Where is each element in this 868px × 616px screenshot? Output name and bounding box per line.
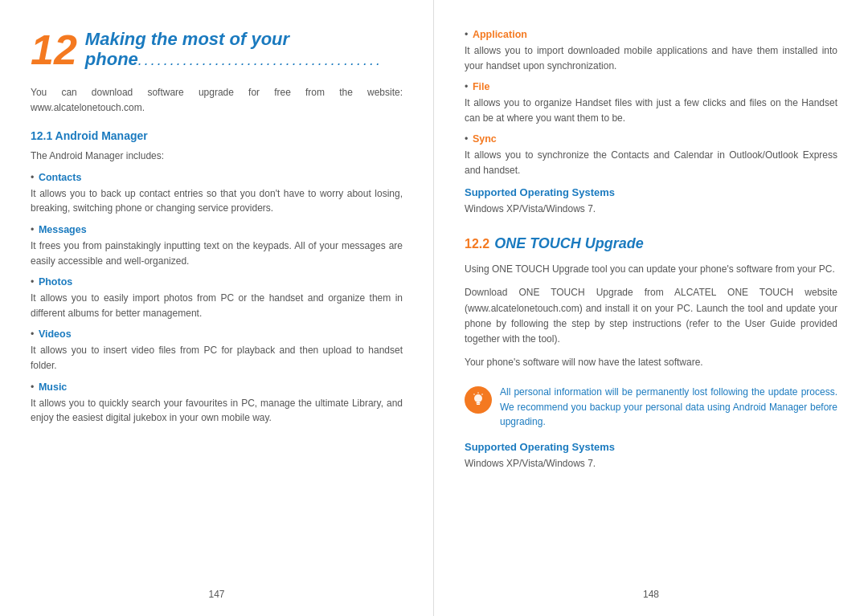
right-page: • Application It allows you to import do… [434,0,868,616]
body-text-1: Using ONE TOUCH Upgrade tool you can upd… [465,262,837,277]
bullet-music: • Music [31,381,403,393]
chapter-title-block: Making the most of your phone...........… [85,29,383,71]
warning-box: All personal information will be permane… [465,385,837,430]
intro-text: You can download software upgrade for fr… [31,85,403,115]
warning-text: All personal information will be permane… [500,385,837,430]
application-desc: It allows you to import downloaded mobil… [465,43,837,73]
svg-line-5 [474,394,475,395]
chapter-number: 12 [31,29,77,71]
contacts-desc: It allows you to back up contact entries… [31,186,403,216]
section-heading-12-1: 12.1 Android Manager [31,129,403,142]
videos-desc: It allows you to insert video files from… [31,343,403,373]
supported-os-heading-1: Supported Operating Systems [465,186,837,198]
bullet-videos: • Videos [31,328,403,340]
left-page: 12 Making the most of your phone........… [0,0,434,616]
supported-os-text-2: Windows XP/Vista/Windows 7. [465,456,837,471]
file-desc: It allows you to organize Handset files … [465,96,837,125]
svg-line-4 [482,394,483,395]
warning-icon [465,386,492,414]
supported-os-heading-2: Supported Operating Systems [465,441,837,453]
warning-circle-icon [465,386,492,414]
sync-desc: It allows you to synchronize the Contact… [465,148,837,177]
chapter-title-line2: phone...................................… [85,49,383,70]
photos-desc: It allows you to easily import photos fr… [31,291,403,320]
right-page-number: 148 [643,589,659,600]
messages-desc: It frees you from painstakingly inputtin… [31,239,403,268]
supported-os-text-1: Windows XP/Vista/Windows 7. [465,202,837,217]
bullet-application: • Application [465,29,837,40]
bullet-photos: • Photos [31,276,403,288]
left-page-number: 147 [208,589,224,600]
svg-rect-1 [477,402,481,404]
chapter-heading: 12 Making the most of your phone........… [31,29,403,71]
section-12-2-heading: 12.2 ONE TOUCH Upgrade [465,235,837,252]
svg-point-0 [474,394,482,402]
chapter-title-line1: Making the most of your [85,29,383,49]
music-desc: It allows you to quickly search your fav… [31,396,403,426]
svg-rect-2 [477,404,480,405]
bullet-sync: • Sync [465,133,837,145]
bullet-contacts: • Contacts [31,172,403,183]
section-intro: The Android Manager includes: [31,149,403,164]
body-text-2: Download ONE TOUCH Upgrade from ALCATEL … [465,285,837,347]
bullet-messages: • Messages [31,224,403,235]
bullet-file: • File [465,81,837,92]
body-text-3: Your phone's software will now have the … [465,355,837,370]
